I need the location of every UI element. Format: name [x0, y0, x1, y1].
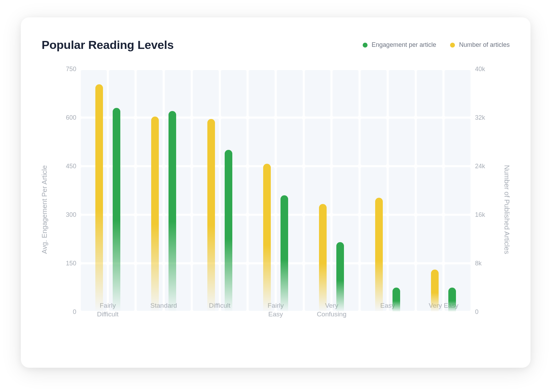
bar-engagement [393, 288, 400, 312]
chart-header: Popular Reading Levels Engagement per ar… [38, 38, 513, 52]
y-left-tick: 150 [55, 260, 76, 267]
legend-engagement-label: Engagement per article [372, 41, 436, 49]
bars-container [80, 69, 472, 312]
legend-engagement: Engagement per article [363, 41, 436, 49]
bar-articles [431, 270, 439, 312]
y-right-ticks: 08k16k24k32k40k [475, 69, 496, 312]
bar-engagement [225, 150, 232, 312]
legend-dot-green-icon [363, 43, 368, 48]
plot-frame: 0150300450600750 08k16k24k32k40k Fairly … [80, 69, 472, 312]
bar-engagement [448, 288, 456, 312]
y-left-tick: 300 [55, 211, 76, 219]
bar-articles [375, 198, 383, 312]
y-right-tick: 40k [475, 66, 496, 73]
chart-title: Popular Reading Levels [42, 38, 174, 52]
y-left-tick: 750 [55, 66, 76, 73]
y-right-tick: 16k [475, 211, 496, 219]
y-right-tick: 32k [475, 114, 496, 121]
bar-articles [263, 164, 271, 312]
y-right-tick: 24k [475, 163, 496, 170]
y-left-axis-label: Avg. Engagement Per Article [41, 165, 49, 254]
legend-articles-label: Number of articles [459, 41, 510, 49]
bar-articles [207, 119, 215, 312]
chart-card: Popular Reading Levels Engagement per ar… [21, 17, 531, 368]
chart-area: Avg. Engagement Per Article Number of Pu… [38, 66, 513, 353]
y-left-tick: 450 [55, 163, 76, 170]
bar-engagement [113, 108, 120, 312]
bar-articles [95, 84, 103, 312]
bar-articles [151, 117, 159, 312]
legend-dot-yellow-icon [450, 43, 455, 48]
legend-articles: Number of articles [450, 41, 510, 49]
bar-engagement [169, 111, 176, 312]
bar-articles [319, 204, 327, 312]
y-right-axis-label: Number of Published Articles [503, 165, 511, 254]
y-left-ticks: 0150300450600750 [55, 69, 76, 312]
bar-engagement [281, 195, 288, 312]
y-right-tick: 0 [475, 308, 496, 316]
bar-engagement [336, 242, 344, 312]
y-left-tick: 0 [55, 308, 76, 316]
chart-legend: Engagement per article Number of article… [363, 41, 510, 49]
y-left-tick: 600 [55, 114, 76, 121]
y-right-tick: 8k [475, 260, 496, 267]
